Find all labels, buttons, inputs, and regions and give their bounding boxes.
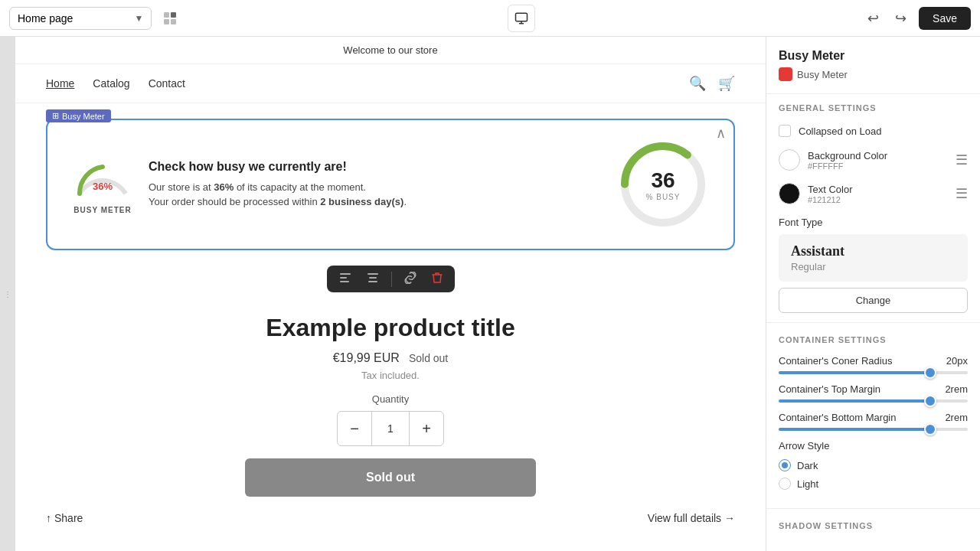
- link-icon: [404, 272, 416, 284]
- arrow-light-radio[interactable]: [779, 478, 791, 490]
- right-panel: Busy Meter Busy Meter GENERAL SETTINGS C…: [766, 37, 980, 551]
- quantity-control[interactable]: − 1 +: [337, 411, 444, 446]
- nav-icons: 🔍 🛒: [689, 75, 735, 92]
- corner-radius-label: Container's Coner Radius: [779, 355, 892, 367]
- svg-rect-10: [340, 273, 351, 275]
- quantity-increase-button[interactable]: +: [410, 412, 443, 445]
- save-button[interactable]: Save: [919, 7, 971, 30]
- product-actions: ↑ Share View full details →: [46, 512, 735, 540]
- bottom-margin-label: Container's Bottom Margin: [779, 412, 897, 423]
- container-settings-title: CONTAINER SETTINGS: [766, 326, 980, 350]
- arrow-dark-row[interactable]: Dark: [779, 459, 968, 471]
- rp-app-icon: [779, 67, 792, 81]
- align-left-icon: [339, 272, 351, 284]
- product-title: Example product title: [46, 314, 735, 342]
- svg-rect-4: [516, 13, 528, 21]
- text-color-stack-icon[interactable]: ☰: [956, 185, 968, 202]
- view-details-label: View full details →: [648, 512, 735, 524]
- bm-circle-label: % BUSY: [646, 193, 681, 201]
- grid-icon-button[interactable]: [158, 6, 182, 31]
- background-color-stack-icon[interactable]: ☰: [956, 152, 968, 168]
- general-settings-title: GENERAL SETTINGS: [766, 94, 980, 119]
- arrow-dark-radio[interactable]: [779, 459, 791, 471]
- rp-header: Busy Meter Busy Meter: [766, 37, 980, 94]
- font-name: Assistant: [791, 243, 956, 259]
- chevron-down-icon: ▼: [134, 13, 143, 24]
- top-margin-thumb[interactable]: [924, 395, 936, 407]
- main-area: ⋮ Welcome to our store Home Catalog Cont…: [0, 37, 980, 551]
- block-align-left-button[interactable]: [336, 270, 354, 288]
- view-details-link[interactable]: View full details →: [648, 512, 735, 524]
- block-link-button[interactable]: [401, 270, 420, 288]
- top-margin-slider[interactable]: [779, 399, 968, 403]
- page-selector[interactable]: Home page ▼: [9, 7, 152, 30]
- undo-button[interactable]: ↩: [861, 6, 885, 31]
- bm-right: 36 % BUSY: [617, 139, 709, 230]
- bottom-margin-fill: [779, 428, 930, 431]
- corner-radius-label-row: Container's Coner Radius 20px: [779, 355, 968, 367]
- text-color-info: Text Color #121212: [808, 184, 853, 204]
- block-delete-button[interactable]: [429, 270, 446, 288]
- background-color-value: #FFFFFF: [808, 161, 887, 171]
- corner-radius-thumb[interactable]: [924, 367, 936, 379]
- block-toolbar-inner: [327, 266, 455, 292]
- bottom-margin-thumb[interactable]: [924, 423, 936, 435]
- arrow-dark-label: Dark: [797, 460, 818, 471]
- text-color-swatch[interactable]: [779, 183, 800, 204]
- busy-meter-label-text: Busy Meter: [62, 112, 105, 121]
- product-price: €19,99 EUR: [333, 351, 400, 365]
- toolbar: Home page ▼ ↩ ↪ Save: [0, 0, 980, 37]
- share-link[interactable]: ↑ Share: [46, 512, 83, 524]
- redo-button[interactable]: ↪: [888, 6, 913, 31]
- product-section: Example product title €19,99 EUR Sold ou…: [15, 298, 766, 551]
- bm-text: Check how busy we currently are! Our sto…: [149, 160, 407, 210]
- cart-icon[interactable]: 🛒: [718, 75, 735, 92]
- svg-rect-13: [368, 273, 378, 275]
- collapsed-on-load-checkbox[interactable]: [779, 125, 791, 137]
- nav-link-catalog[interactable]: Catalog: [93, 77, 129, 90]
- svg-rect-2: [164, 19, 169, 24]
- bottom-margin-value: 2rem: [945, 412, 968, 423]
- bottom-margin-slider[interactable]: [779, 428, 968, 431]
- nav-link-home[interactable]: Home: [46, 77, 74, 90]
- font-change-button[interactable]: Change: [779, 288, 968, 313]
- collapsed-on-load-row: Collapsed on Load: [766, 119, 980, 143]
- nav-link-contact[interactable]: Contact: [149, 77, 185, 90]
- toolbar-right: ↩ ↪ Save: [861, 6, 971, 31]
- block-align-center-button[interactable]: [364, 270, 382, 288]
- text-color-label: Text Color: [808, 184, 853, 195]
- preview-pane[interactable]: Welcome to our store Home Catalog Contac…: [15, 37, 766, 551]
- font-type-section: Font Type Assistant Regular Change: [766, 210, 980, 319]
- collapsed-on-load-label: Collapsed on Load: [799, 126, 881, 137]
- block-toolbar: [15, 266, 766, 292]
- busy-meter-label: ⊞ Busy Meter: [46, 109, 111, 122]
- font-type-title: Font Type: [779, 217, 968, 228]
- quantity-value: 1: [371, 412, 410, 445]
- bm-gauge-small: 36% BUSY METER: [72, 155, 133, 214]
- bm-left: 36% BUSY METER Check how busy we current…: [72, 155, 407, 214]
- svg-rect-0: [164, 12, 169, 18]
- background-color-label: Background Color: [808, 150, 887, 161]
- nav-links: Home Catalog Contact: [46, 77, 185, 90]
- store-welcome-bar: Welcome to our store: [15, 37, 766, 64]
- arrow-light-row[interactable]: Light: [779, 478, 968, 490]
- search-icon[interactable]: 🔍: [689, 75, 706, 92]
- collapse-arrow-icon[interactable]: ∧: [716, 125, 726, 142]
- bm-circle-text: 36 % BUSY: [646, 168, 681, 201]
- font-preview-box: Assistant Regular: [779, 234, 968, 282]
- svg-rect-3: [171, 19, 176, 24]
- corner-radius-slider[interactable]: [779, 371, 968, 374]
- preview-inner: Welcome to our store Home Catalog Contac…: [15, 37, 766, 551]
- background-color-swatch[interactable]: [779, 149, 800, 171]
- svg-text:36%: 36%: [93, 181, 113, 192]
- sold-out-badge: Sold out: [409, 352, 448, 364]
- top-margin-label: Container's Top Margin: [779, 383, 880, 395]
- bm-line2: Your order should be processed within 2 …: [149, 194, 407, 210]
- monitor-button[interactable]: [508, 5, 535, 32]
- align-center-icon: [367, 272, 379, 284]
- text-color-left: Text Color #121212: [779, 183, 853, 204]
- quantity-decrease-button[interactable]: −: [338, 412, 371, 445]
- corner-radius-row: Container's Coner Radius 20px: [766, 350, 980, 379]
- background-color-row: Background Color #FFFFFF ☰: [766, 143, 980, 177]
- background-color-info: Background Color #FFFFFF: [808, 150, 887, 171]
